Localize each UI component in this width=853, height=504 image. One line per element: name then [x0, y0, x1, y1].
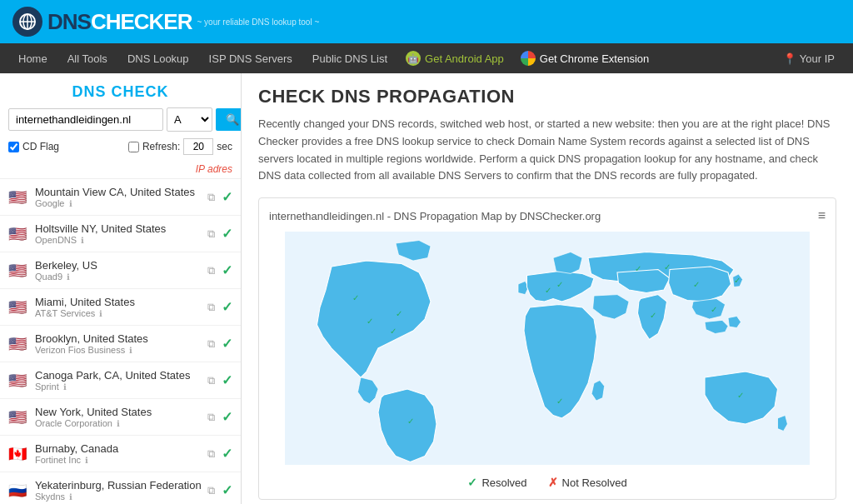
- external-link-icon[interactable]: ⧉: [207, 411, 215, 424]
- map-container: internethandleidingen.nl - DNS Propagati…: [258, 197, 836, 500]
- resolved-status-icon: ✓: [222, 409, 232, 425]
- info-icon[interactable]: ℹ: [117, 419, 120, 428]
- flag-icon: 🇺🇸: [8, 335, 28, 353]
- server-row: 🇺🇸 Brooklyn, United States Verizon Fios …: [0, 326, 241, 362]
- server-provider: Skydns ℹ: [35, 492, 207, 502]
- resolved-status-icon: ✓: [222, 336, 232, 352]
- svg-text:✓: ✓: [396, 309, 402, 318]
- row-actions: ⧉ ✓: [207, 482, 232, 498]
- map-menu-icon[interactable]: ≡: [818, 208, 826, 223]
- server-info: Miami, United States AT&T Services ℹ: [35, 296, 207, 318]
- server-list: 🇺🇸 Mountain View CA, United States Googl…: [0, 179, 241, 504]
- refresh-options: Refresh: sec: [128, 138, 232, 155]
- legend-resolved: ✓ Resolved: [467, 476, 526, 489]
- nav-all-tools[interactable]: All Tools: [57, 43, 117, 73]
- info-icon[interactable]: ℹ: [85, 456, 88, 465]
- svg-text:✓: ✓: [664, 262, 671, 272]
- row-actions: ⧉ ✓: [207, 189, 232, 205]
- server-info: Mountain View CA, United States Google ℹ: [35, 186, 207, 208]
- server-info: Canoga Park, CA, United States Sprint ℹ: [35, 369, 207, 392]
- search-button[interactable]: 🔍 Search: [216, 108, 242, 131]
- nav-home[interactable]: Home: [8, 43, 57, 73]
- dns-check-title: DNS CHECK: [0, 73, 241, 107]
- server-location: Canoga Park, CA, United States: [35, 369, 207, 382]
- record-type-select[interactable]: A AAAA CNAME MX NS TXT SOA: [167, 107, 212, 132]
- svg-text:✓: ✓: [556, 397, 563, 406]
- svg-text:✓: ✓: [711, 305, 717, 314]
- chrome-extension-button[interactable]: Get Chrome Extension: [512, 43, 658, 73]
- svg-text:✓: ✓: [650, 311, 656, 320]
- server-provider: Google ℹ: [35, 198, 207, 208]
- external-link-icon[interactable]: ⧉: [207, 227, 215, 241]
- your-ip-section[interactable]: 📍 Your IP: [773, 52, 845, 65]
- server-location: Brooklyn, United States: [35, 332, 207, 345]
- location-icon: 📍: [783, 52, 796, 65]
- server-row: 🇷🇺 Yekaterinburg, Russian Federation Sky…: [0, 472, 241, 504]
- not-resolved-x-icon: ✗: [548, 476, 558, 489]
- world-map: ✓ ✓ ✓ ✓ ✓ ✓ ✓ ✓ ✓ ✓ ✓ ✓: [269, 232, 826, 465]
- server-info: Brooklyn, United States Verizon Fios Bus…: [35, 332, 207, 355]
- cd-flag-checkbox[interactable]: [8, 142, 19, 152]
- server-provider: Oracle Corporation ℹ: [35, 418, 207, 428]
- nav-isp-dns-servers[interactable]: ISP DNS Servers: [199, 43, 302, 73]
- external-link-icon[interactable]: ⧉: [207, 191, 215, 204]
- map-title: internethandleidingen.nl - DNS Propagati…: [269, 210, 601, 222]
- info-icon[interactable]: ℹ: [69, 199, 72, 208]
- main-content: DNS CHECK A AAAA CNAME MX NS TXT SOA 🔍 S…: [0, 73, 853, 504]
- external-link-icon[interactable]: ⧉: [207, 374, 215, 387]
- external-link-icon[interactable]: ⧉: [207, 484, 215, 497]
- svg-text:✓: ✓: [407, 417, 414, 426]
- legend-not-resolved: ✗ Not Resolved: [548, 476, 627, 489]
- android-app-button[interactable]: 🤖 Get Android App: [397, 43, 512, 73]
- info-icon[interactable]: ℹ: [63, 382, 67, 392]
- server-provider: Fortinet Inc ℹ: [35, 455, 207, 465]
- server-location: New York, United States: [35, 406, 207, 418]
- domain-search-input[interactable]: [8, 108, 163, 131]
- info-icon[interactable]: ℹ: [129, 346, 132, 355]
- flag-icon: 🇺🇸: [8, 408, 28, 427]
- server-location: Holtsville NY, United States: [35, 222, 207, 235]
- resolved-status-icon: ✓: [222, 299, 232, 315]
- info-icon[interactable]: ℹ: [81, 236, 84, 245]
- info-icon[interactable]: ℹ: [69, 492, 72, 502]
- svg-text:✓: ✓: [737, 391, 744, 400]
- svg-text:✓: ✓: [693, 280, 700, 289]
- right-panel: CHECK DNS PROPAGATION Recently changed y…: [242, 73, 853, 504]
- search-bar: A AAAA CNAME MX NS TXT SOA 🔍 Search ⚙ +: [0, 107, 241, 138]
- server-info: New York, United States Oracle Corporati…: [35, 406, 207, 428]
- ip-header: IP adres: [0, 162, 241, 179]
- server-location: Berkeley, US: [35, 259, 207, 272]
- nav-dns-lookup[interactable]: DNS Lookup: [117, 43, 199, 73]
- info-icon[interactable]: ℹ: [67, 272, 70, 282]
- refresh-interval-input[interactable]: [183, 138, 213, 155]
- external-link-icon[interactable]: ⧉: [207, 301, 215, 314]
- row-actions: ⧉ ✓: [207, 226, 232, 242]
- refresh-checkbox[interactable]: [128, 142, 139, 152]
- server-location: Miami, United States: [35, 296, 207, 308]
- server-provider: OpenDNS ℹ: [35, 235, 207, 245]
- server-provider: Verizon Fios Business ℹ: [35, 345, 207, 355]
- resolved-status-icon: ✓: [222, 446, 232, 462]
- description-text: Recently changed your DNS records, switc…: [258, 116, 836, 185]
- flag-icon: 🇺🇸: [8, 188, 28, 207]
- map-legend: ✓ Resolved ✗ Not Resolved: [269, 476, 826, 489]
- external-link-icon[interactable]: ⧉: [207, 447, 215, 461]
- svg-text:✓: ✓: [367, 317, 373, 326]
- external-link-icon[interactable]: ⧉: [207, 337, 215, 351]
- logo-icon: [12, 7, 42, 37]
- flag-icon: 🇺🇸: [8, 225, 28, 243]
- external-link-icon[interactable]: ⧉: [207, 264, 215, 277]
- cd-flag-checkbox-label[interactable]: CD Flag: [8, 141, 59, 152]
- nav-public-dns-list[interactable]: Public DNS List: [302, 43, 397, 73]
- row-actions: ⧉ ✓: [207, 372, 232, 388]
- row-actions: ⧉ ✓: [207, 336, 232, 352]
- server-row: 🇺🇸 Miami, United States AT&T Services ℹ …: [0, 289, 241, 326]
- info-icon[interactable]: ℹ: [99, 309, 102, 318]
- server-location: Burnaby, Canada: [35, 442, 207, 455]
- svg-text:✓: ✓: [545, 286, 551, 295]
- page-title: CHECK DNS PROPAGATION: [258, 86, 836, 107]
- logo-text: DNSCHECKER: [47, 9, 192, 35]
- search-icon: 🔍: [226, 113, 239, 126]
- server-row: 🇺🇸 Canoga Park, CA, United States Sprint…: [0, 362, 241, 399]
- flag-icon: 🇺🇸: [8, 372, 28, 390]
